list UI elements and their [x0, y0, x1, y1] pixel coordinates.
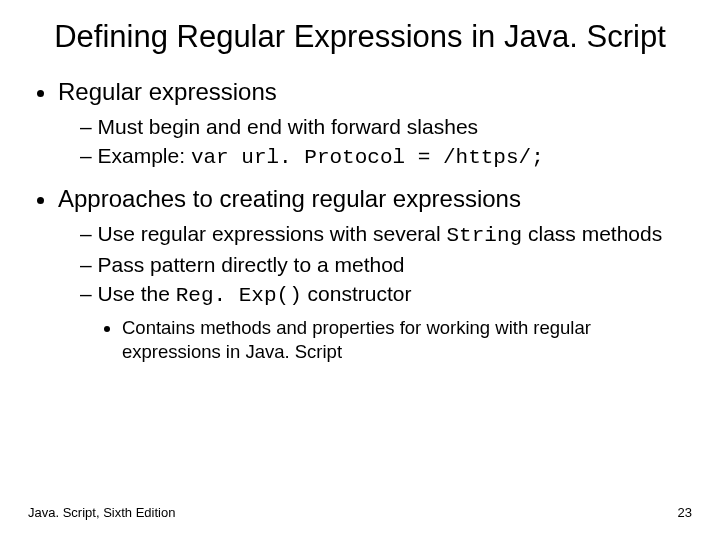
- sub-sub-list: Contains methods and properties for work…: [80, 316, 692, 364]
- slide: Defining Regular Expressions in Java. Sc…: [0, 0, 720, 540]
- page-number: 23: [678, 505, 692, 520]
- bullet-list: Regular expressions Must begin and end w…: [28, 77, 692, 364]
- bullet-text: Example:: [98, 144, 191, 167]
- code-text: var url. Protocol = /https/;: [191, 146, 544, 169]
- sub-list: Must begin and end with forward slashes …: [58, 113, 692, 172]
- sub-list: Use regular expressions with several Str…: [58, 220, 692, 364]
- bullet-level2: Must begin and end with forward slashes: [80, 113, 692, 140]
- slide-title: Defining Regular Expressions in Java. Sc…: [28, 18, 692, 55]
- bullet-level2: Use the Reg. Exp() constructor Contains …: [80, 280, 692, 363]
- bullet-text: Use regular expressions with several: [98, 222, 447, 245]
- bullet-text: Use the: [98, 282, 176, 305]
- bullet-text: Pass pattern directly to a method: [98, 253, 405, 276]
- footer-left: Java. Script, Sixth Edition: [28, 505, 175, 520]
- bullet-text: class methods: [522, 222, 662, 245]
- bullet-text: constructor: [302, 282, 412, 305]
- bullet-text: Must begin and end with forward slashes: [98, 115, 479, 138]
- bullet-level1: Regular expressions Must begin and end w…: [58, 77, 692, 172]
- bullet-text: Contains methods and properties for work…: [122, 317, 591, 362]
- code-text: String: [447, 224, 523, 247]
- bullet-text: Approaches to creating regular expressio…: [58, 185, 521, 212]
- bullet-level3: Contains methods and properties for work…: [122, 316, 692, 364]
- bullet-level1: Approaches to creating regular expressio…: [58, 184, 692, 364]
- code-text: Reg. Exp(): [176, 284, 302, 307]
- bullet-level2: Use regular expressions with several Str…: [80, 220, 692, 249]
- bullet-level2: Pass pattern directly to a method: [80, 251, 692, 278]
- bullet-text: Regular expressions: [58, 78, 277, 105]
- bullet-level2: Example: var url. Protocol = /https/;: [80, 142, 692, 171]
